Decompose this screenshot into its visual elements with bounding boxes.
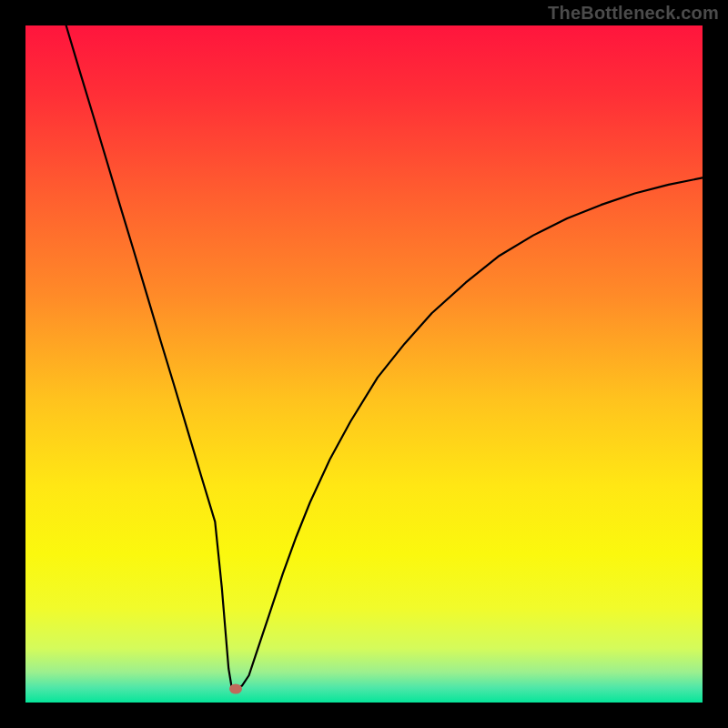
bottleneck-chart	[25, 25, 703, 703]
optimum-marker	[229, 684, 242, 694]
gradient-background	[25, 25, 703, 703]
watermark-text: TheBottleneck.com	[548, 3, 719, 24]
